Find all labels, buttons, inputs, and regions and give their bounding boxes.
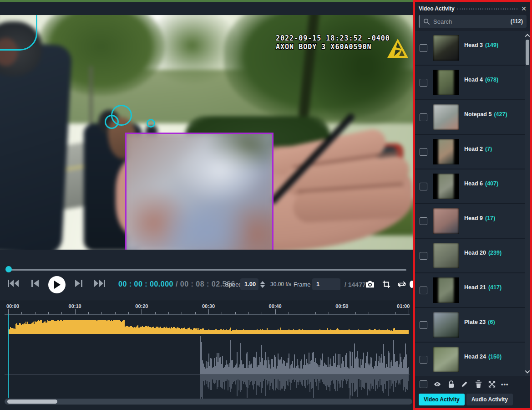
- item-count: (149): [485, 42, 498, 48]
- item-label: Head 21(417): [464, 284, 502, 291]
- timeline-playhead[interactable]: [8, 309, 9, 398]
- video-header-bar: [0, 2, 413, 15]
- lock-icon[interactable]: [447, 380, 455, 388]
- frame-input[interactable]: 1: [312, 278, 340, 290]
- item-label: Head 20(239): [464, 250, 502, 256]
- list-item[interactable]: Head 3(149): [415, 31, 530, 66]
- list-item[interactable]: Head 4(678): [415, 66, 530, 100]
- detection-circle[interactable]: [147, 119, 155, 128]
- detection-box-corner[interactable]: [0, 15, 37, 51]
- speed-label: Speed: [225, 281, 242, 288]
- item-label: Head 2(7): [464, 146, 492, 152]
- detection-list[interactable]: Head 3(149)Head 4(678)Notepad 5(427)Head…: [415, 31, 530, 376]
- list-item[interactable]: Head 24(150): [415, 343, 530, 376]
- item-checkbox[interactable]: [420, 148, 427, 156]
- seek-bar[interactable]: [6, 269, 406, 271]
- redaction-box[interactable]: [125, 133, 274, 250]
- visibility-eye-icon[interactable]: [434, 380, 441, 388]
- list-scrollbar-thumb[interactable]: [526, 40, 529, 65]
- list-scrollbar[interactable]: [525, 32, 530, 376]
- item-checkbox[interactable]: [420, 217, 427, 225]
- item-thumbnail: [433, 35, 459, 61]
- item-count: (407): [485, 180, 498, 187]
- list-item[interactable]: Head 6(407): [415, 169, 530, 204]
- skip-to-end-button[interactable]: [93, 277, 106, 289]
- item-checkbox[interactable]: [420, 44, 427, 52]
- search-input[interactable]: [433, 18, 507, 25]
- timeline-scrollbar-thumb[interactable]: [7, 400, 57, 404]
- tab-audio-activity[interactable]: Audio Activity: [466, 394, 513, 405]
- audio-waveform-lower[interactable]: [8, 374, 409, 401]
- seek-knob[interactable]: [5, 266, 12, 272]
- play-button[interactable]: [48, 276, 66, 293]
- tab-video-activity[interactable]: Video Activity: [419, 394, 465, 405]
- detection-circle[interactable]: [105, 115, 119, 129]
- next-frame-button[interactable]: [72, 277, 86, 289]
- item-count: (427): [494, 111, 507, 118]
- edit-pencil-icon[interactable]: [461, 380, 468, 388]
- frame-label: Frame: [294, 281, 311, 288]
- item-label: Head 4(678): [464, 77, 498, 83]
- timeline-scrollbar[interactable]: [5, 399, 412, 405]
- item-thumbnail: [433, 104, 459, 130]
- item-label: Head 3(149): [464, 42, 498, 48]
- previous-frame-button[interactable]: [28, 277, 42, 289]
- search-icon: [423, 18, 430, 25]
- audio-waveform-upper[interactable]: [8, 335, 409, 374]
- item-checkbox[interactable]: [420, 356, 427, 364]
- item-count: (6): [488, 319, 495, 325]
- video-viewport[interactable]: 2022-09-15 18:23:52 -0400 AXON BODY 3 X6…: [0, 15, 413, 250]
- item-thumbnail: [433, 243, 459, 268]
- item-checkbox[interactable]: [420, 252, 427, 260]
- ruler-label: 00:50: [335, 303, 348, 309]
- list-item[interactable]: Plate 23(6): [415, 308, 530, 343]
- panel-title: Video Activity: [419, 5, 455, 12]
- snapshot-camera-button[interactable]: [364, 278, 376, 290]
- timecode-current: 00 : 00 : 00.000: [118, 280, 173, 288]
- timeline-panel[interactable]: 00:0000:1000:2000:3000:4000:5001:00: [0, 301, 413, 410]
- item-checkbox[interactable]: [420, 113, 427, 121]
- item-thumbnail: [433, 174, 459, 199]
- item-thumbnail: [433, 347, 459, 372]
- item-checkbox[interactable]: [420, 183, 427, 190]
- frame-total: / 14477: [345, 281, 366, 288]
- expand-arrows-icon[interactable]: [488, 380, 496, 388]
- speed-input[interactable]: 1.00: [240, 278, 258, 290]
- list-item[interactable]: Head 9(17): [415, 204, 530, 239]
- close-icon[interactable]: ✕: [521, 5, 527, 12]
- list-item[interactable]: Head 2(7): [415, 135, 530, 169]
- item-checkbox[interactable]: [420, 287, 427, 294]
- delete-trash-icon[interactable]: [475, 380, 482, 388]
- video-activity-waveform[interactable]: [8, 319, 409, 334]
- ruler-label: 00:30: [202, 303, 215, 309]
- timecode: 00 : 00 : 00.000 / 00 : 08 : 02.566: [118, 280, 235, 288]
- selection-action-bar: •••: [415, 376, 530, 392]
- item-checkbox[interactable]: [420, 79, 427, 87]
- video-activity-panel: Video Activity ✕ (112) Head 3(149)Head 4…: [413, 0, 532, 410]
- search-box[interactable]: (112): [419, 15, 527, 28]
- fps-label: 30.00 f/s: [270, 281, 291, 287]
- item-count: (17): [485, 215, 495, 221]
- skip-to-start-button[interactable]: [6, 277, 20, 289]
- crop-button[interactable]: [380, 278, 392, 290]
- item-thumbnail: [433, 208, 459, 234]
- item-count: (239): [488, 250, 502, 256]
- header-dotted-divider: [457, 8, 519, 10]
- scroll-up-icon[interactable]: [525, 34, 530, 37]
- speed-stepper[interactable]: [260, 278, 267, 290]
- playback-controls: 00 : 00 : 00.000 / 00 : 08 : 02.566 Spee…: [0, 250, 413, 301]
- ruler-label: 00:20: [135, 303, 148, 309]
- ruler-label: 01:00: [397, 303, 410, 309]
- loop-button[interactable]: [396, 278, 408, 290]
- more-options-icon[interactable]: •••: [501, 381, 509, 388]
- list-item[interactable]: Notepad 5(427): [415, 100, 530, 135]
- item-checkbox[interactable]: [420, 321, 427, 329]
- item-count: (7): [485, 146, 492, 152]
- select-all-checkbox[interactable]: [420, 380, 427, 388]
- scroll-down-icon[interactable]: [525, 370, 530, 374]
- item-count: (417): [488, 284, 502, 291]
- video-osd-text: 2022-09-15 18:23:52 -0400 AXON BODY 3 X6…: [276, 34, 390, 51]
- ruler-label: 00:00: [6, 303, 19, 309]
- list-item[interactable]: Head 20(239): [415, 239, 530, 273]
- list-item[interactable]: Head 21(417): [415, 273, 530, 308]
